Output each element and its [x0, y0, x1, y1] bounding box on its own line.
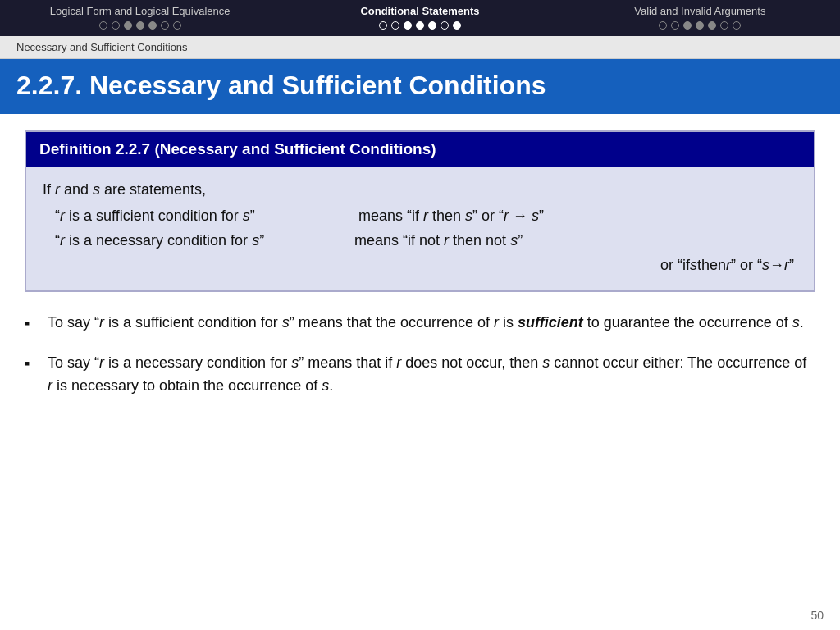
breadcrumb: Necessary and Sufficient Conditions [0, 36, 840, 59]
bullet-item-1: ▪ To say “r is a sufficient condition fo… [25, 312, 815, 336]
nav-dots-2 [379, 21, 461, 30]
bullet-text-2: To say “r is a necessary condition for s… [48, 352, 815, 398]
dot-2-3 [404, 21, 412, 30]
page-number-text: 50 [810, 609, 824, 622]
definition-box: Definition 2.2.7 (Necessary and Sufficie… [25, 130, 815, 292]
slide-title: 2.2.7. Necessary and Sufficient Conditio… [16, 71, 824, 101]
nav-dots-3 [659, 21, 741, 30]
dot-1-4 [136, 21, 144, 30]
dot-3-3 [683, 21, 692, 30]
bullet-marker-1: ▪ [25, 313, 48, 336]
dot-3-1 [659, 21, 667, 30]
definition-row-1: “r is a sufficient condition for s” mean… [43, 203, 797, 229]
nav-title-3: Valid and Invalid Arguments [634, 5, 765, 17]
definition-row-continuation: or “if s then r” or “s → r” [43, 253, 797, 277]
dot-2-1 [379, 21, 387, 30]
def-row2-left: “r is a necessary condition for s” [43, 228, 346, 253]
bullet-item-2: ▪ To say “r is a necessary condition for… [25, 352, 815, 398]
dot-2-4 [416, 21, 424, 30]
nav-dots-1 [99, 21, 181, 30]
title-section: 2.2.7. Necessary and Sufficient Conditio… [0, 59, 840, 114]
dot-2-5 [428, 21, 436, 30]
nav-title-1: Logical Form and Logical Equivalence [50, 5, 231, 17]
dot-1-2 [112, 21, 120, 30]
definition-row-2: “r is a necessary condition for s” means… [43, 228, 797, 253]
dot-3-7 [733, 21, 741, 30]
nav-section-valid-invalid[interactable]: Valid and Invalid Arguments [560, 5, 840, 30]
breadcrumb-text: Necessary and Sufficient Conditions [16, 41, 188, 53]
dot-3-2 [671, 21, 679, 30]
nav-section-conditional[interactable]: Conditional Statements [280, 5, 559, 30]
dot-2-6 [441, 21, 449, 30]
page-number: 50 [810, 609, 824, 622]
def-row2-right: means “if not r then not s” [346, 228, 797, 253]
nav-section-logical-form[interactable]: Logical Form and Logical Equivalence [0, 5, 280, 30]
definition-intro: If r and s are statements, [43, 178, 797, 202]
dot-1-3 [124, 21, 132, 30]
dot-1-7 [173, 21, 181, 30]
bullet-marker-2: ▪ [25, 353, 48, 376]
dot-3-5 [708, 21, 716, 30]
dot-2-7 [453, 21, 461, 30]
main-content: Definition 2.2.7 (Necessary and Sufficie… [0, 114, 840, 430]
definition-header-text: Definition 2.2.7 (Necessary and Sufficie… [39, 140, 436, 158]
bullet-list: ▪ To say “r is a sufficient condition fo… [25, 312, 815, 398]
nav-title-2: Conditional Statements [360, 5, 479, 17]
dot-3-6 [720, 21, 728, 30]
def-row1-left: “r is a sufficient condition for s” [43, 203, 346, 229]
dot-1-6 [161, 21, 169, 30]
bullet-text-1: To say “r is a sufficient condition for … [48, 312, 815, 335]
dot-1-5 [148, 21, 157, 30]
dot-1-1 [99, 21, 107, 30]
top-navigation: Logical Form and Logical Equivalence Con… [0, 0, 840, 36]
def-row1-right: means “if r then s” or “r → s” [346, 203, 797, 229]
dot-2-2 [391, 21, 399, 30]
dot-3-4 [696, 21, 704, 30]
definition-body: If r and s are statements, “r is a suffi… [26, 167, 814, 290]
definition-header: Definition 2.2.7 (Necessary and Sufficie… [26, 132, 814, 167]
